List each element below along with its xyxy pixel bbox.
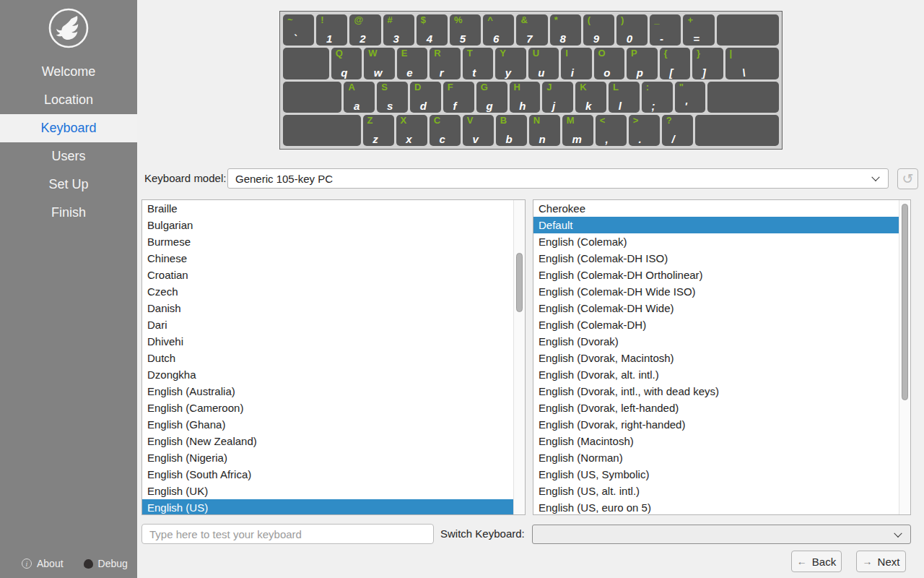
key-base-char: x [406,133,411,145]
key-shift-char: ) [621,14,624,25]
key-shift-char: H [514,82,520,92]
key-shift-char: @ [354,14,363,25]
debug-button[interactable]: Debug [84,558,128,569]
variant-option[interactable]: English (Dvorak, left-handed) [533,400,899,416]
key-3: #3 [383,14,414,46]
layout-option[interactable]: English (Australia) [142,383,513,400]
restore-default-button[interactable]: ↺ [897,168,918,189]
key-base-char: q [341,66,347,79]
key-5: %5 [450,14,481,46]
key-base-char: ` [293,33,297,45]
layout-option[interactable]: Dzongkha [142,366,513,383]
switch-keyboard-combobox[interactable] [532,525,911,544]
key-base-char: z [372,133,378,145]
next-button[interactable]: → Next [856,551,906,572]
variant-option[interactable]: English (Dvorak) [533,333,899,350]
key-base-char: d [420,100,427,112]
key-slash: ?/ [662,115,693,146]
variant-option[interactable]: English (US, alt. intl.) [533,483,899,499]
debug-label: Debug [98,558,128,569]
key-shift-char: > [633,115,639,126]
key-base-char: c [439,133,445,145]
variant-option[interactable]: Default [533,217,899,233]
key-shift-char: ? [666,115,672,126]
key-base-char: = [693,33,699,45]
key-shift-char: E [401,48,408,59]
variant-option[interactable]: English (Colemak-DH Wide) [533,300,899,316]
layout-option[interactable]: Bulgarian [142,217,513,233]
variant-option[interactable]: English (Colemak-DH Ortholinear) [533,267,899,283]
variant-option[interactable]: English (Macintosh) [533,433,899,449]
key-t: Tt [463,48,493,79]
variant-option[interactable]: English (Colemak) [533,233,899,250]
key-p: Pp [627,48,657,79]
variants-panel: CherokeeDefaultEnglish (Colemak)English … [533,199,911,515]
variant-option[interactable]: English (Colemak-DH Wide ISO) [533,283,899,300]
sidebar-item-welcome[interactable]: Welcome [0,58,137,86]
layout-option[interactable]: Dutch [142,350,513,366]
variant-option[interactable]: English (US, euro on 5) [533,499,899,514]
variant-option[interactable]: English (Dvorak, Macintosh) [533,350,899,366]
key-base-char: - [660,33,663,45]
key-base-char: k [585,100,591,112]
key-y: Yy [495,48,526,79]
key-shift-char: F [448,82,453,92]
key-shift-char: & [520,14,527,25]
key-f: Ff [443,82,474,113]
variant-option[interactable]: English (US, Symbolic) [533,466,899,483]
layout-option[interactable]: Chinese [142,250,513,267]
key-6: ^6 [483,14,514,46]
layout-option[interactable]: Braille [142,200,513,217]
layout-option[interactable]: English (New Zealand) [142,433,513,449]
key-w: Ww [364,48,394,79]
key-base-char: j [552,100,555,112]
key-base-char: [ [669,66,673,79]
about-button[interactable]: i About [22,558,64,569]
key-base-char: a [354,100,359,112]
sidebar-item-set-up[interactable]: Set Up [0,171,137,199]
scrollbar-thumb[interactable] [902,204,908,400]
keyboard-model-combobox[interactable]: Generic 105-key PC [227,168,889,189]
scrollbar-track[interactable] [513,200,525,514]
variant-option[interactable]: English (Norman) [533,449,899,466]
layout-option[interactable]: Burmese [142,233,513,250]
chevron-down-icon [871,173,879,181]
layout-option[interactable]: Croatian [142,267,513,283]
next-button-label: Next [878,556,900,568]
variant-option[interactable]: English (Dvorak, alt. intl.) [533,366,899,383]
key-base-char: / [672,133,675,145]
layout-option[interactable]: English (US) [142,499,513,514]
sidebar-item-users[interactable]: Users [0,142,137,171]
layout-option[interactable]: English (UK) [142,483,513,499]
scrollbar-track[interactable] [899,200,910,514]
scrollbar-thumb[interactable] [516,253,523,312]
layout-option[interactable]: Danish [142,300,513,316]
sidebar-item-keyboard[interactable]: Keyboard [0,114,137,142]
variant-option[interactable]: English (Dvorak, intl., with dead keys) [533,383,899,400]
layout-option[interactable]: English (Ghana) [142,416,513,433]
variant-option[interactable]: English (Colemak-DH) [533,316,899,333]
variant-option[interactable]: English (Dvorak, right-handed) [533,416,899,433]
key-base-char: 3 [393,33,398,45]
key-k: Kk [575,82,606,113]
layout-option[interactable]: Dhivehi [142,333,513,350]
variant-option[interactable]: Cherokee [533,200,899,217]
key-base-char: p [637,66,643,79]
key-shift-char: " [679,82,684,92]
sidebar-nav: WelcomeLocationKeyboardUsersSet UpFinish [0,58,137,227]
layout-option[interactable]: English (Cameroon) [142,400,513,416]
keyboard-test-input[interactable] [141,524,434,544]
sidebar-item-finish[interactable]: Finish [0,199,137,227]
layout-option[interactable]: English (South Africa) [142,466,513,483]
layout-option[interactable]: Dari [142,316,513,333]
key-shift-char: G [481,82,488,92]
sidebar-item-location[interactable]: Location [0,86,137,114]
back-button[interactable]: ← Back [791,551,842,572]
enter-key [707,82,779,113]
variant-option[interactable]: English (Colemak-DH ISO) [533,250,899,267]
key-shift-char: U [533,48,539,59]
layout-option[interactable]: Czech [142,283,513,300]
key-shift-char: # [388,14,393,25]
key-base-char: y [505,66,511,79]
layout-option[interactable]: English (Nigeria) [142,449,513,466]
